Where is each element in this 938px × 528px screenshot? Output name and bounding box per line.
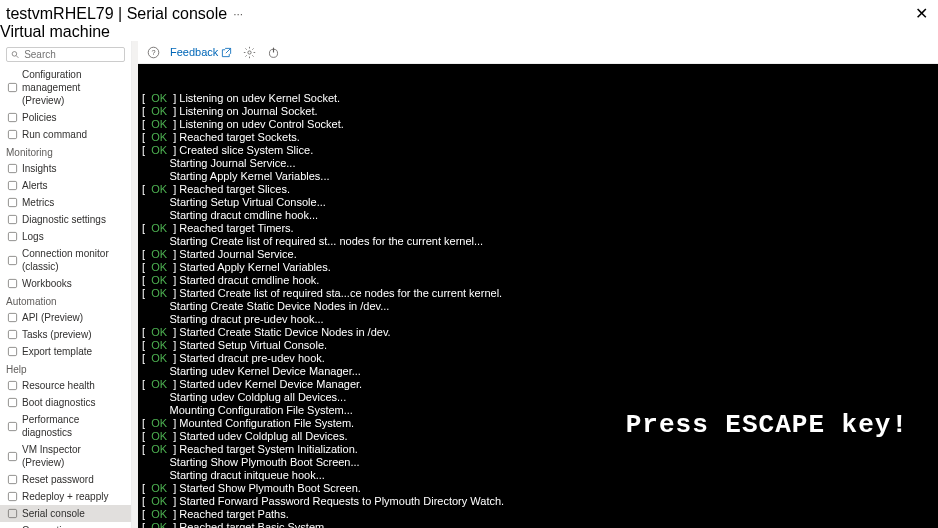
power-icon[interactable] (266, 45, 280, 59)
sidebar-item[interactable]: Configuration management (Preview) (0, 66, 131, 109)
sidebar-item[interactable]: Diagnostic settings (0, 211, 131, 228)
search-input[interactable] (20, 49, 120, 60)
console-line: [ OK ] Started dracut cmdline hook. (142, 274, 934, 287)
svg-rect-4 (8, 130, 16, 138)
api-icon (6, 312, 18, 324)
chart-icon (6, 197, 18, 209)
console-line: [ OK ] Listening on udev Kernel Socket. (142, 92, 934, 105)
svg-text:?: ? (151, 47, 155, 56)
page-subtitle: Virtual machine (0, 23, 938, 41)
console-line: [ OK ] Reached target Slices. (142, 183, 934, 196)
console-line: [ OK ] Reached target Paths. (142, 508, 934, 521)
sidebar-item[interactable]: VM Inspector (Preview) (0, 441, 131, 471)
sidebar-item[interactable]: Workbooks (0, 275, 131, 292)
svg-rect-20 (8, 492, 16, 500)
svg-rect-5 (8, 164, 16, 172)
header: testvmRHEL79 | Serial console ··· ✕ Virt… (0, 0, 938, 41)
svg-rect-8 (8, 215, 16, 223)
svg-rect-15 (8, 381, 16, 389)
sidebar-item-label: Export template (22, 345, 92, 358)
key-icon (6, 474, 18, 486)
sidebar-item-label: Reset password (22, 473, 94, 486)
redeploy-icon (6, 491, 18, 503)
sidebar-item[interactable]: Run command (0, 126, 131, 143)
sidebar-item-label: Resource health (22, 379, 95, 392)
console-line: Starting udev Kernel Device Manager... (142, 365, 934, 378)
console-line: [ OK ] Reached target Sockets. (142, 131, 934, 144)
sidebar-item-label: Workbooks (22, 277, 72, 290)
console-line: [ OK ] Started Journal Service. (142, 248, 934, 261)
console-line: Starting Apply Kernel Variables... (142, 170, 934, 183)
close-icon[interactable]: ✕ (915, 4, 928, 23)
external-link-icon (221, 47, 232, 58)
sidebar-item[interactable]: Connection troubleshoot (0, 522, 131, 528)
sidebar-section-heading: Automation (0, 292, 131, 309)
sidebar-item-label: Tasks (preview) (22, 328, 91, 341)
console-line: Starting dracut pre-udev hook... (142, 313, 934, 326)
sidebar-item-label: Redeploy + reapply (22, 490, 108, 503)
logs-icon (6, 231, 18, 243)
sidebar-item-label: Performance diagnostics (22, 413, 125, 439)
console-line: Starting Create list of required st... n… (142, 235, 934, 248)
svg-rect-16 (8, 398, 16, 406)
settings-icon[interactable] (242, 45, 256, 59)
sidebar-item[interactable]: Alerts (0, 177, 131, 194)
svg-rect-19 (8, 475, 16, 483)
sidebar-item[interactable]: Resource health (0, 377, 131, 394)
bulb-icon (6, 163, 18, 175)
console-line: Starting Create Static Device Nodes in /… (142, 300, 934, 313)
sidebar-item[interactable]: Reset password (0, 471, 131, 488)
feedback-link[interactable]: Feedback (170, 46, 232, 58)
more-button[interactable]: ··· (233, 7, 243, 21)
sidebar-section-heading: Help (0, 360, 131, 377)
perf-icon (6, 420, 18, 432)
svg-rect-13 (8, 330, 16, 338)
sidebar-item[interactable]: Serial console (0, 505, 131, 522)
svg-rect-6 (8, 181, 16, 189)
sidebar-item[interactable]: Metrics (0, 194, 131, 211)
serial-console-output[interactable]: [ OK ] Listening on udev Kernel Socket.[… (138, 64, 938, 528)
sidebar-item[interactable]: Redeploy + reapply (0, 488, 131, 505)
sidebar-item-label: API (Preview) (22, 311, 83, 324)
serial-icon (6, 508, 18, 520)
sidebar-item[interactable]: Tasks (preview) (0, 326, 131, 343)
search-icon (11, 50, 20, 60)
sidebar-item-label: Alerts (22, 179, 48, 192)
sidebar-item[interactable]: Logs (0, 228, 131, 245)
svg-rect-12 (8, 313, 16, 321)
sidebar-item-label: Diagnostic settings (22, 213, 106, 226)
console-line: Starting Show Plymouth Boot Screen... (142, 456, 934, 469)
sidebar-item[interactable]: API (Preview) (0, 309, 131, 326)
console-line: [ OK ] Created slice System Slice. (142, 144, 934, 157)
console-line: [ OK ] Started Forward Password Requests… (142, 495, 934, 508)
console-line: [ OK ] Started Setup Virtual Console. (142, 339, 934, 352)
toolbar: ? Feedback (138, 41, 938, 64)
console-line: [ OK ] Started Apply Kernel Variables. (142, 261, 934, 274)
overlay-message: Press ESCAPE key! (626, 419, 908, 432)
svg-rect-17 (8, 422, 16, 430)
sidebar-item[interactable]: Connection monitor (classic) (0, 245, 131, 275)
console-line: Starting dracut cmdline hook... (142, 209, 934, 222)
console-line: [ OK ] Reached target System Initializat… (142, 443, 934, 456)
sidebar-item[interactable]: Insights (0, 160, 131, 177)
svg-rect-9 (8, 232, 16, 240)
book-icon (6, 278, 18, 290)
console-line: [ OK ] Started dracut pre-udev hook. (142, 352, 934, 365)
export-icon (6, 346, 18, 358)
feedback-label: Feedback (170, 46, 218, 58)
console-line: Starting udev Coldplug all Devices... (142, 391, 934, 404)
sidebar-item[interactable]: Performance diagnostics (0, 411, 131, 441)
sidebar-item[interactable]: Boot diagnostics (0, 394, 131, 411)
svg-line-1 (16, 55, 18, 57)
console-line: [ OK ] Started Create Static Device Node… (142, 326, 934, 339)
search-box[interactable] (6, 47, 125, 62)
sidebar-item[interactable]: Export template (0, 343, 131, 360)
help-icon[interactable]: ? (146, 45, 160, 59)
boot-icon (6, 397, 18, 409)
svg-point-28 (248, 50, 251, 53)
sidebar-item[interactable]: Policies (0, 109, 131, 126)
sidebar-item-label: Serial console (22, 507, 85, 520)
svg-rect-10 (8, 256, 16, 264)
svg-rect-3 (8, 113, 16, 121)
page-title: testvmRHEL79 | Serial console (6, 5, 227, 23)
